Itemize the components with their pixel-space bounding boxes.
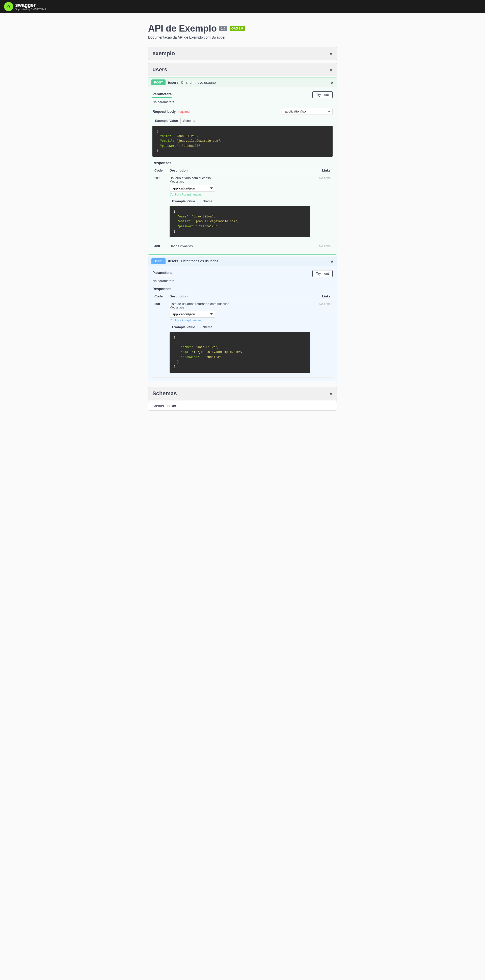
get-200-links: No links <box>313 300 333 377</box>
main-content: API de Exemplo 1.0 OAS 3.0 Documentação … <box>144 13 341 421</box>
get-200-code: 200 <box>152 300 168 377</box>
get-users-body: Parameters Try it out No parameters Resp… <box>148 266 337 382</box>
post-201-description: Usuário criado com sucesso. <box>169 176 310 180</box>
post-content-type-select[interactable]: application/json <box>282 108 333 115</box>
post-try-it-button[interactable]: Try it out <box>313 91 333 98</box>
get-users-endpoint: GET /users Listar todos os usuários ∧ Pa… <box>148 256 337 382</box>
post-schema-tab[interactable]: Schema <box>180 118 198 124</box>
post-params-title: Parameters <box>152 92 172 98</box>
get-users-desc: Listar todos os usuários <box>181 259 218 263</box>
get-200-description: Lista de usuários retornada com sucesso. <box>169 302 310 306</box>
table-row: 200 Lista de usuários retornada com suce… <box>152 300 333 377</box>
get-200-controls-accept: Controls Accept header. <box>169 318 310 322</box>
get-200-media-select[interactable]: application/json <box>169 311 215 318</box>
users-section-header[interactable]: users ∧ <box>148 63 337 76</box>
exemplo-section-title: exemplo <box>152 50 175 57</box>
oas-badge: OAS 3.0 <box>230 26 245 31</box>
post-responses-table: Code Description Links 201 Usuário criad… <box>152 167 333 250</box>
post-201-media-select[interactable]: application/json <box>169 185 215 192</box>
get-responses-table: Code Description Links 200 Lista de usuá… <box>152 293 333 378</box>
get-links-header: Links <box>313 293 333 300</box>
post-users-desc: Criar um novo usuário <box>181 81 216 84</box>
schemas-section: Schemas ∧ CreateUserDto › <box>148 387 337 410</box>
post-201-links: No links <box>313 174 333 242</box>
get-responses-title: Responses <box>152 287 333 291</box>
swagger-sub-text: Supported by SMARTBEAR <box>15 8 46 11</box>
table-row: 400 Dados inválidos. No links <box>152 242 333 250</box>
get-200-schema-tab[interactable]: Schema <box>198 324 215 331</box>
swagger-brand-text: swagger <box>15 2 46 8</box>
post-users-path: /users <box>168 81 179 84</box>
users-chevron-icon: ∧ <box>329 67 333 72</box>
swagger-icon: {} <box>4 2 13 11</box>
post-desc-header: Description <box>168 167 313 174</box>
table-row: 201 Usuário criado com sucesso. Media ty… <box>152 174 333 242</box>
get-users-header[interactable]: GET /users Listar todos os usuários ∧ <box>148 256 337 266</box>
api-title: API de Exemplo <box>148 23 217 34</box>
post-code-header: Code <box>152 167 168 174</box>
get-200-media-row: application/json <box>169 311 310 318</box>
get-users-chevron-icon: ∧ <box>330 259 333 264</box>
exemplo-section-header[interactable]: exemplo ∧ <box>148 47 337 60</box>
post-request-body-code: { "name": "João Silva", "email": "joao.s… <box>152 126 333 157</box>
get-200-desc-cell: Lista de usuários retornada com sucesso.… <box>168 300 313 377</box>
svg-text:{}: {} <box>7 5 10 8</box>
post-users-chevron-icon: ∧ <box>330 80 333 85</box>
top-bar: {} swagger Supported by SMARTBEAR <box>0 0 485 13</box>
post-responses-title: Responses <box>152 161 333 165</box>
get-method-badge: GET <box>152 258 166 264</box>
post-400-description: Dados inválidos. <box>168 242 313 250</box>
users-section-title: users <box>152 66 167 73</box>
get-200-example-tab[interactable]: Example Value <box>169 324 198 331</box>
post-201-code-block: { "name": "João Silva", "email": "joao.s… <box>169 206 310 237</box>
version-badge: 1.0 <box>219 26 227 31</box>
post-201-media-label: Media type <box>169 180 310 183</box>
post-req-body-title: Request body <box>152 110 176 113</box>
schema-item-name: CreateUserDto <box>152 404 176 408</box>
get-no-params: No parameters <box>152 279 333 283</box>
post-example-tabs: Example Value Schema <box>152 118 333 124</box>
get-users-header-left: GET /users Listar todos os usuários <box>152 258 218 264</box>
api-description: Documentação da API de Exemplo com Swagg… <box>148 35 337 39</box>
post-201-code: 201 <box>152 174 168 242</box>
post-201-schema-tab[interactable]: Schema <box>198 198 215 205</box>
post-users-header[interactable]: POST /users Criar um novo usuário ∧ <box>148 77 337 87</box>
post-req-body-header: Request body required application/json <box>152 108 333 115</box>
post-201-controls-accept: Controls Accept header. <box>169 193 310 196</box>
schemas-chevron-icon: ∧ <box>329 391 333 396</box>
get-users-path: /users <box>168 259 179 263</box>
exemplo-chevron-icon: ∧ <box>329 51 333 56</box>
post-201-media-row: application/json <box>169 185 310 192</box>
api-title-row: API de Exemplo 1.0 OAS 3.0 <box>148 23 337 34</box>
swagger-logo: {} swagger Supported by SMARTBEAR <box>4 2 46 11</box>
get-try-it-button[interactable]: Try it out <box>313 270 333 277</box>
post-201-example-tabs: Example Value Schema <box>169 198 310 205</box>
users-section: users ∧ POST /users Criar um novo usuári… <box>148 63 337 382</box>
post-users-body: Parameters Try it out No parameters Requ… <box>148 87 337 255</box>
post-no-params: No parameters <box>152 100 333 104</box>
post-users-endpoint: POST /users Criar um novo usuário ∧ Para… <box>148 77 337 255</box>
post-example-value-tab[interactable]: Example Value <box>152 118 180 124</box>
get-params-header: Parameters Try it out <box>152 270 333 277</box>
get-params-title: Parameters <box>152 270 172 276</box>
get-200-code-block: [ { "name": "João Silva", "email": "joao… <box>169 332 310 373</box>
post-params-header: Parameters Try it out <box>152 91 333 98</box>
get-200-media-label: Media type <box>169 306 310 309</box>
schema-arrow-icon: › <box>177 404 179 408</box>
post-req-body-label-row: Request body required <box>152 109 190 114</box>
schemas-header[interactable]: Schemas ∧ <box>148 387 337 400</box>
schema-item-create-user-dto[interactable]: CreateUserDto › <box>148 401 337 410</box>
get-desc-header: Description <box>168 293 313 300</box>
post-users-header-left: POST /users Criar um novo usuário <box>152 80 216 85</box>
post-400-code: 400 <box>152 242 168 250</box>
post-201-desc-cell: Usuário criado com sucesso. Media type a… <box>168 174 313 242</box>
post-required-label: required <box>179 110 190 113</box>
post-links-header: Links <box>313 167 333 174</box>
post-400-links: No links <box>313 242 333 250</box>
post-201-example-tab[interactable]: Example Value <box>169 198 198 205</box>
get-200-example-tabs: Example Value Schema <box>169 324 310 331</box>
schemas-title: Schemas <box>152 390 177 397</box>
post-method-badge: POST <box>152 80 166 85</box>
get-code-header: Code <box>152 293 168 300</box>
